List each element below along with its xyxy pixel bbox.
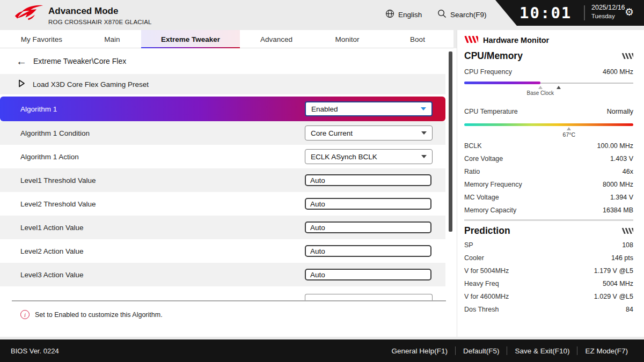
section-slashes-icon xyxy=(621,226,633,236)
hardware-monitor-icon xyxy=(464,35,478,45)
setting-row-algorithm-1[interactable]: Algorithm 1 Enabled xyxy=(0,97,445,121)
rog-logo-icon xyxy=(14,4,44,27)
help-text: Set to Enabled to customize this Algorit… xyxy=(35,311,163,319)
search-button[interactable]: Search(F9) xyxy=(437,9,487,20)
stat-value: 1.179 V @L5 xyxy=(594,267,633,275)
setting-row-level1-threshold[interactable]: Level1 Threshold Value Auto xyxy=(0,168,445,192)
cpu-temperature-marker-label: 67°C xyxy=(563,131,575,138)
footer: BIOS Ver. 0224 General Help(F1) Default(… xyxy=(0,339,644,362)
stat-value: 1.403 V xyxy=(610,155,633,162)
stat-row: Core Voltage 1.403 V xyxy=(464,152,633,165)
setting-label: Algorithm 1 xyxy=(20,105,57,113)
algorithm-1-condition-dropdown[interactable]: Core Current xyxy=(305,125,433,141)
search-label: Search(F9) xyxy=(450,11,487,19)
marker-triangle-icon xyxy=(538,86,543,89)
tab-main[interactable]: Main xyxy=(83,30,141,48)
setting-label: Level2 Threshold Value xyxy=(20,200,96,208)
setting-label: Algorithm 1 Condition xyxy=(20,129,90,137)
panel-divider xyxy=(464,219,633,221)
stat-label: CPU Temperature xyxy=(464,108,518,115)
stat-label: MC Voltage xyxy=(464,194,499,201)
play-icon xyxy=(18,79,25,90)
tab-advanced[interactable]: Advanced xyxy=(240,30,313,48)
stat-row: V for 4600MHz 1.029 V @L5 xyxy=(464,290,633,303)
chevron-down-icon xyxy=(421,107,426,110)
tab-boot[interactable]: Boot xyxy=(382,30,453,48)
setting-row-level3-action[interactable]: Level3 Action Value Auto xyxy=(0,263,445,286)
stat-label: Core Voltage xyxy=(464,155,503,162)
dropdown-value: Enabled xyxy=(311,105,338,113)
marker-triangle-icon xyxy=(557,86,561,89)
stat-value: 16384 MB xyxy=(603,206,633,214)
cpu-temperature-line: CPU Temperature Normally xyxy=(464,106,633,117)
main-scrollbar[interactable] xyxy=(449,51,452,232)
clock-panel: 10:01 2025/12/16 Tuesday ⚙ xyxy=(494,0,644,26)
language-selector[interactable]: English xyxy=(385,9,422,20)
stat-label: SP xyxy=(464,241,473,249)
tab-extreme-tweaker[interactable]: Extreme Tweaker xyxy=(141,30,240,48)
setting-row-partial xyxy=(0,286,445,300)
setting-row-algorithm-1-action[interactable]: Algorithm 1 Action ECLK ASynch BCLK xyxy=(0,145,445,168)
back-arrow-icon[interactable]: ← xyxy=(16,56,27,67)
search-icon xyxy=(437,9,447,20)
level2-action-input[interactable]: Auto xyxy=(305,245,431,257)
stat-row: Memory Frequency 8000 MHz xyxy=(464,178,633,191)
stat-label: Cooler xyxy=(464,254,484,262)
stat-value: 8000 MHz xyxy=(603,181,633,188)
level1-action-input[interactable]: Auto xyxy=(305,221,431,233)
setting-row-level1-action[interactable]: Level1 Action Value Auto xyxy=(0,216,445,239)
level1-threshold-input[interactable]: Auto xyxy=(305,174,431,186)
stat-row: Memory Capacity 16384 MB xyxy=(464,204,633,217)
tab-my-favorites[interactable]: My Favorites xyxy=(0,30,83,48)
partial-dropdown[interactable] xyxy=(305,294,433,300)
stat-value: 4600 MHz xyxy=(603,68,633,76)
hardware-monitor-header: Hardware Monitor xyxy=(464,35,644,45)
stat-label: V for 4600MHz xyxy=(464,293,509,300)
setting-label: Level1 Threshold Value xyxy=(20,176,96,184)
help-note: i Set to Enabled to customize this Algor… xyxy=(0,310,457,319)
hardware-monitor-panel: Hardware Monitor CPU/Memory CPU Frequenc… xyxy=(457,30,644,337)
gear-icon[interactable]: ⚙ xyxy=(625,6,634,18)
stat-value: 100.00 MHz xyxy=(597,142,633,150)
setting-label: Level2 Action Value xyxy=(20,247,84,255)
stat-row: V for 5004MHz 1.179 V @L5 xyxy=(464,264,633,277)
info-icon: i xyxy=(20,310,30,319)
default-button[interactable]: Default(F5) xyxy=(456,347,507,355)
stat-label: Dos Thresh xyxy=(464,306,499,313)
cpu-frequency-markers: Base Clock xyxy=(464,85,633,98)
prediction-heading: Prediction xyxy=(464,225,633,237)
save-exit-button[interactable]: Save & Exit(F10) xyxy=(507,347,577,355)
stat-row: BCLK 100.00 MHz xyxy=(464,139,633,152)
clock-time: 10:01 xyxy=(519,4,572,22)
breadcrumb: ← Extreme Tweaker\Core Flex xyxy=(0,48,457,74)
setting-row-algorithm-1-condition[interactable]: Algorithm 1 Condition Core Current xyxy=(0,121,445,145)
stat-row: Cooler 146 pts xyxy=(464,252,633,264)
setting-row-level2-action[interactable]: Level2 Action Value Auto xyxy=(0,239,445,263)
tab-monitor[interactable]: Monitor xyxy=(313,30,382,48)
setting-row-level2-threshold[interactable]: Level2 Threshold Value Auto xyxy=(0,192,445,216)
stat-label: Ratio xyxy=(464,168,480,175)
stat-row: Ratio 46x xyxy=(464,165,633,178)
level2-threshold-input[interactable]: Auto xyxy=(305,198,431,210)
setting-label: Algorithm 1 Action xyxy=(20,153,79,161)
stat-label: Heavy Freq xyxy=(464,280,499,287)
stat-value: 84 xyxy=(626,306,633,313)
ez-mode-button[interactable]: EZ Mode(F7) xyxy=(577,347,635,355)
algorithm-1-action-dropdown[interactable]: ECLK ASynch BCLK xyxy=(305,149,433,164)
cpu-memory-heading: CPU/Memory xyxy=(464,50,633,62)
language-label: English xyxy=(398,11,422,19)
preset-item[interactable]: Load X3D Core Flex Gaming Preset xyxy=(0,74,445,94)
base-clock-label: Base Clock xyxy=(526,90,554,96)
general-help-button[interactable]: General Help(F1) xyxy=(384,347,455,355)
main-panel: ← Extreme Tweaker\Core Flex Load X3D Cor… xyxy=(0,48,457,337)
stat-value: 108 xyxy=(622,241,633,249)
footer-actions: General Help(F1) Default(F5) Save & Exit… xyxy=(384,346,635,355)
stat-label: V for 5004MHz xyxy=(464,267,509,275)
section-slashes-icon xyxy=(621,51,633,61)
chevron-down-icon xyxy=(421,155,427,158)
algorithm-1-dropdown[interactable]: Enabled xyxy=(305,101,433,116)
cpu-frequency-bar xyxy=(464,82,633,84)
stat-label: Memory Frequency xyxy=(464,181,522,188)
level3-action-input[interactable]: Auto xyxy=(305,269,431,280)
breadcrumb-label: Extreme Tweaker\Core Flex xyxy=(33,57,126,65)
